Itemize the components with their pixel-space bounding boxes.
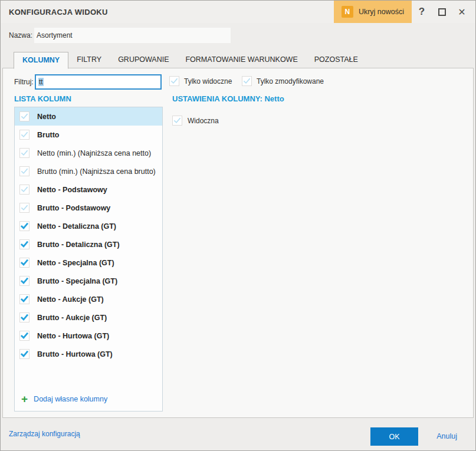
column-label: Netto <box>37 113 56 121</box>
column-checkbox[interactable] <box>19 294 29 304</box>
column-list: NettoBruttoNetto (min.) (Najniższa cena … <box>14 107 163 412</box>
column-checkbox[interactable] <box>19 221 29 231</box>
ok-button[interactable]: OK <box>370 427 418 446</box>
column-label: Netto (min.) (Najniższa cena netto) <box>37 149 151 157</box>
column-label: Brutto (min.) (Najniższa cena brutto) <box>37 167 156 176</box>
column-row-netto-specjalna-gt[interactable]: Netto - Specjalna (GT) <box>15 254 162 272</box>
news-badge-icon: N <box>342 6 353 18</box>
tab-pozostałe[interactable]: POZOSTAŁE <box>306 52 366 68</box>
column-list-header: LISTA KOLUMN <box>14 94 71 103</box>
view-configuration-dialog: KONFIGURACJA WIDOKU N Ukryj nowości ? ✕ … <box>0 0 476 451</box>
columns-tab-panel: Filtruj: tt Tylko widoczneTylko zmodyfik… <box>2 68 474 418</box>
tab-grupowanie[interactable]: GRUPOWANIE <box>110 52 177 68</box>
help-button[interactable]: ? <box>412 1 432 23</box>
toggle-checkbox[interactable] <box>169 76 179 86</box>
column-rows: NettoBruttoNetto (min.) (Najniższa cena … <box>15 107 162 363</box>
column-row-netto-detaliczna-gt[interactable]: Netto - Detaliczna (GT) <box>15 217 162 235</box>
column-label: Netto - Detaliczna (GT) <box>37 222 116 231</box>
column-checkbox[interactable] <box>19 276 29 286</box>
add-custom-columns-link[interactable]: + Dodaj własne kolumny <box>15 390 162 411</box>
title-bar: KONFIGURACJA WIDOKU N Ukryj nowości ? ✕ <box>1 1 475 23</box>
column-row-brutto-hurtowa-gt[interactable]: Brutto - Hurtowa (GT) <box>15 345 162 363</box>
column-settings-header: USTAWIENIA KOLUMNY: Netto <box>172 94 284 103</box>
column-checkbox[interactable] <box>19 349 29 359</box>
column-label: Brutto - Podstawowy <box>37 204 110 212</box>
name-value: Asortyment <box>37 31 73 39</box>
tab-strip: KOLUMNYFILTRYGRUPOWANIEFORMATOWANIE WARU… <box>2 52 366 68</box>
column-label: Brutto - Aukcje (GT) <box>37 314 107 322</box>
column-label: Brutto <box>37 131 60 139</box>
column-label: Netto - Podstawowy <box>37 186 107 194</box>
tab-kolumny[interactable]: KOLUMNY <box>14 52 68 69</box>
column-label: Brutto - Specjalna (GT) <box>37 277 117 285</box>
plus-icon: + <box>21 395 28 403</box>
toggle-label: Tylko zmodyfikowane <box>257 77 324 85</box>
close-button[interactable]: ✕ <box>452 1 472 23</box>
title-bar-controls: N Ukryj nowości ? ✕ <box>334 1 475 23</box>
column-label: Brutto - Hurtowa (GT) <box>37 350 113 358</box>
toggle-tylko-widoczne[interactable]: Tylko widoczne <box>169 76 232 86</box>
column-checkbox[interactable] <box>19 130 29 140</box>
column-checkbox[interactable] <box>19 148 29 158</box>
column-row-brutto-podstawowy[interactable]: Brutto - Podstawowy <box>15 199 162 217</box>
column-row-brutto-min-najniższa-cena-brutto[interactable]: Brutto (min.) (Najniższa cena brutto) <box>15 162 162 180</box>
column-label: Netto - Specjalna (GT) <box>37 259 114 267</box>
toggle-checkbox[interactable] <box>242 76 252 86</box>
column-row-brutto-aukcje-gt[interactable]: Brutto - Aukcje (GT) <box>15 308 162 327</box>
column-label: Netto - Hurtowa (GT) <box>37 332 109 340</box>
dialog-title: KONFIGURACJA WIDOKU <box>9 8 108 17</box>
maximize-icon <box>438 8 446 16</box>
maximize-button[interactable] <box>432 1 452 23</box>
column-label: Brutto - Detaliczna (GT) <box>37 241 120 249</box>
column-checkbox[interactable] <box>19 185 29 195</box>
column-checkbox[interactable] <box>19 258 29 268</box>
manage-configuration-link[interactable]: Zarządzaj konfiguracją <box>9 430 80 438</box>
name-input[interactable]: Asortyment <box>34 28 231 43</box>
hide-news-label: Ukryj nowości <box>359 8 404 16</box>
column-checkbox[interactable] <box>19 166 29 176</box>
visible-option[interactable]: Widoczna <box>172 116 219 126</box>
filter-input[interactable]: tt <box>35 74 162 90</box>
name-label: Nazwa: <box>9 31 32 39</box>
tab-formatowanie-warunkowe[interactable]: FORMATOWANIE WARUNKOWE <box>177 52 306 68</box>
footer: Zarządzaj konfiguracją OK Anuluj <box>1 418 475 450</box>
column-row-netto[interactable]: Netto <box>15 107 162 126</box>
filter-label: Filtruj: <box>14 78 34 86</box>
column-row-netto-aukcje-gt[interactable]: Netto - Aukcje (GT) <box>15 290 162 308</box>
toggle-label: Tylko widoczne <box>184 77 232 85</box>
add-custom-columns-label: Dodaj własne kolumny <box>34 395 107 403</box>
hide-news-button[interactable]: N Ukryj nowości <box>334 1 412 23</box>
column-label: Netto - Aukcje (GT) <box>37 295 104 304</box>
column-checkbox[interactable] <box>19 239 29 249</box>
visible-label: Widoczna <box>188 117 219 125</box>
column-checkbox[interactable] <box>19 312 29 322</box>
column-row-netto-hurtowa-gt[interactable]: Netto - Hurtowa (GT) <box>15 327 162 345</box>
visible-checkbox[interactable] <box>172 116 182 126</box>
column-row-brutto-specjalna-gt[interactable]: Brutto - Specjalna (GT) <box>15 272 162 290</box>
toggle-tylko-zmodyfikowane[interactable]: Tylko zmodyfikowane <box>242 76 324 86</box>
name-row: Nazwa: Asortyment <box>1 23 475 48</box>
column-row-netto-podstawowy[interactable]: Netto - Podstawowy <box>15 180 162 199</box>
cancel-button[interactable]: Anuluj <box>436 432 457 440</box>
column-checkbox[interactable] <box>19 203 29 213</box>
column-checkbox[interactable] <box>19 331 29 341</box>
column-checkbox[interactable] <box>19 111 29 121</box>
column-row-netto-min-najniższa-cena-netto[interactable]: Netto (min.) (Najniższa cena netto) <box>15 144 162 162</box>
filter-value: tt <box>38 78 44 86</box>
column-row-brutto[interactable]: Brutto <box>15 126 162 144</box>
tab-filtry[interactable]: FILTRY <box>68 52 110 68</box>
column-row-brutto-detaliczna-gt[interactable]: Brutto - Detaliczna (GT) <box>15 235 162 254</box>
